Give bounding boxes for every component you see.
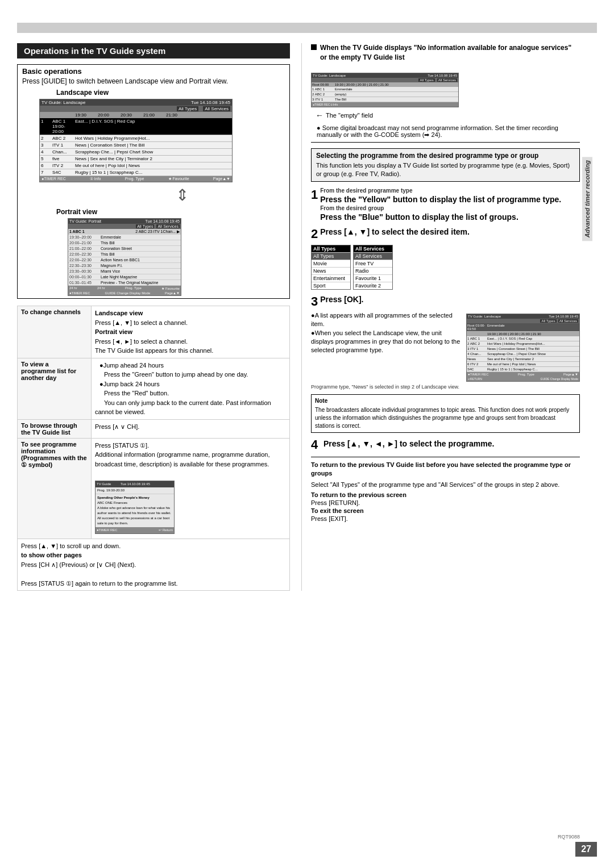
step-2: 2 Press [▲, ▼] to select the desired ite… xyxy=(311,227,580,290)
table-row: To view aprogramme list foranother day ●… xyxy=(18,358,290,419)
prog-type-header2: All Services xyxy=(354,245,392,252)
slg-row: 2 ABC 2 (empty) xyxy=(312,92,458,97)
tv-guide-footer: ●TIMER REC ① Info Prog. Type ★ Favourite… xyxy=(40,176,232,182)
op-content-scroll: Press [▲, ▼] to scroll up and down. to s… xyxy=(18,539,290,591)
sgr-footer: ●TIMER REC Prog. Type Page▲▼ xyxy=(467,372,579,377)
return-heading: To return to the previous TV Guide list … xyxy=(311,461,580,478)
prog-type-row: Movie xyxy=(312,260,350,267)
product-code: RQT9088 xyxy=(558,834,580,840)
portrait-row: 23:30–00:30 Miami Vice xyxy=(68,269,181,274)
step-1-group: From the desired group xyxy=(320,205,561,211)
small-landscape-guide: TV Guide: Landscape Tue 14.10.08 19:45 A… xyxy=(311,73,459,107)
op-label-another-day: To view aprogramme list foranother day xyxy=(18,358,92,419)
to-exit: To exit the screen xyxy=(311,507,580,514)
prog-type-row: Radio xyxy=(354,267,392,274)
tv-guide-row: 4 Chan... Scrappheap Che... | Pepsi Char… xyxy=(40,149,232,156)
prog-type-row: Free TV xyxy=(354,260,392,267)
slg-row: 1 ABC 1 Emmerdale xyxy=(312,87,458,92)
step-4: 4 Press [▲, ▼, ◄, ►] to select the progr… xyxy=(311,437,580,452)
step-3-caption: Programme type, "News" is selected in st… xyxy=(311,384,580,390)
prog-type-row: All Types xyxy=(312,252,350,260)
portrait-header: TV Guide: Portrait Tue 14.10.08 19:45 xyxy=(68,219,181,224)
step-2-main: Press [▲, ▼] to select the desired item. xyxy=(320,227,470,237)
table-row: To see programmeinformation(Programmes w… xyxy=(18,438,290,539)
sgr-header: TV Guide: Landscape Tue 14.10.08 19:45 xyxy=(467,314,579,319)
note-title: Note xyxy=(315,397,576,405)
prog-type-row: All Services xyxy=(354,252,392,260)
press-exit: Press [EXIT]. xyxy=(311,515,580,522)
sgr-time-hdr: 19:30 | 20:00 | 20:30 | 21:00 | 21:30 xyxy=(467,332,579,336)
page-number: 27 xyxy=(575,842,597,857)
landscape-tv-guide: TV Guide: Landscape Tue 14.10.08 19:45 A… xyxy=(39,99,233,182)
prog-type-row: Favourite 1 xyxy=(354,274,392,282)
portrait-row: 21:00–22:00 Coronation Street xyxy=(68,246,181,252)
step-3-header: 3 Press [OK]. xyxy=(311,294,580,309)
op-label-browse: To browse throughthe TV Guide list xyxy=(18,419,92,438)
prog-type-col2: All Services All Services Free TV Radio … xyxy=(353,245,393,290)
op-content-browse: Press [∧ ∨ CH]. xyxy=(92,419,290,438)
small-guide-step3: TV Guide: Landscape Tue 14.10.08 19:45 A… xyxy=(466,314,580,382)
basic-ops-description: Press [GUIDE] to switch between Landscap… xyxy=(22,77,285,85)
side-label: Advanced timer recording xyxy=(582,157,592,241)
tv-guide-row: 6 ITV 2 Me out of here | Pop Idol | News xyxy=(40,162,232,169)
return-text: Select "All Types" of the programme type… xyxy=(311,481,580,489)
sgr-row: 3 ITV 1 News | Coronation Street | The B… xyxy=(467,347,579,352)
side-label-container: Advanced timer recording xyxy=(582,157,597,241)
tv-guide-types-row: All Types All Services xyxy=(40,106,232,112)
portrait-view-label: Portrait view xyxy=(56,208,285,216)
portrait-row: 01:30–01:45 Preview - The Original Magaz… xyxy=(68,280,181,286)
portrait-row: 22:00–22:30 Action News on BBC1 xyxy=(68,257,181,263)
left-column: Operations in the TV Guide system Basic … xyxy=(17,43,301,591)
step-4-main: Press [▲, ▼, ◄, ►] to select the program… xyxy=(323,439,495,448)
portrait-row: 20:00–21:00 This Bill xyxy=(68,240,181,246)
step-1-content: From the desired programme type Press th… xyxy=(320,187,561,222)
table-row: Press [▲, ▼] to scroll up and down. to s… xyxy=(18,539,290,591)
prog-type-row: Sport xyxy=(312,282,350,289)
top-bar xyxy=(17,23,597,33)
step-number-3: 3 xyxy=(311,294,318,309)
note-text: The broadcasters allocate individual pro… xyxy=(315,406,576,430)
when-heading-box: When the TV Guide displays "No informati… xyxy=(311,43,580,67)
portrait-ch-header: 1 ABC 1 2 ABC 2 3 ITV 1 Chan... ▶ xyxy=(68,229,181,235)
slg-footer: ●TIMER REC ① Info xyxy=(312,102,458,107)
step-3: 3 Press [OK]. TV Guide: Landscape Tue 14… xyxy=(311,294,580,390)
table-row: To browse throughthe TV Guide list Press… xyxy=(18,419,290,438)
to-prev-screen: To return to the previous screen xyxy=(311,491,580,498)
divider2 xyxy=(311,457,580,457)
slg-time-header: Root 00:00 19:30 | 20:00 | 20:30 | 21:00… xyxy=(312,82,458,87)
step-number-1: 1 xyxy=(311,187,318,202)
square-bullet-icon xyxy=(311,44,317,50)
right-column: When the TV Guide displays "No informati… xyxy=(301,43,597,591)
slg-types: All Types All Services xyxy=(312,78,458,82)
step-1-main: Press the "Yellow" button to display the… xyxy=(320,194,561,205)
step-1-from: From the desired programme type xyxy=(320,187,561,194)
slg-header: TV Guide: Landscape Tue 14.10.08 19:45 xyxy=(312,73,458,78)
basic-ops-title: Basic operations xyxy=(22,67,285,76)
op-label-channels: To change channels xyxy=(18,306,92,358)
empty-field-label: ← The "empty" field xyxy=(316,111,580,120)
portrait-row: 19:30–20:00 Emmerdale xyxy=(68,235,181,240)
tv-guide-row: 2 ABC 2 Hot Wars | Holiday Programme|Hot… xyxy=(40,135,232,142)
when-heading: When the TV Guide displays "No informati… xyxy=(320,43,580,62)
basic-ops-box: Basic operations Press [GUIDE] to switch… xyxy=(17,64,290,299)
step-number-2: 2 xyxy=(311,227,318,241)
prog-type-grid: All Types All Types Movie News Entertain… xyxy=(311,245,580,290)
sgr-row: 6 ITV 2 Me out of here | Pop Idol | News xyxy=(467,362,579,367)
portrait-row: 00:00–01:30 Late Night Magazine xyxy=(68,274,181,280)
main-layout: Operations in the TV Guide system Basic … xyxy=(17,43,597,591)
section-header: Operations in the TV Guide system xyxy=(17,43,290,59)
portrait-tv-guide: TV Guide: Portrait Tue 14.10.08 19:45 Al… xyxy=(68,218,181,296)
step-2-content: Press [▲, ▼] to select the desired item. xyxy=(320,227,470,237)
sgr-row: Root 03:00-03:50 Emmerdale xyxy=(467,323,579,332)
arrow-updown: ⇕ xyxy=(79,186,285,205)
press-return: Press [RETURN]. xyxy=(311,499,580,506)
prog-type-row: News xyxy=(312,267,350,274)
selecting-title: Selecting the programme from the desired… xyxy=(316,152,575,160)
op-label-info: To see programmeinformation(Programmes w… xyxy=(18,438,92,539)
sgr-row: 2 ABC 2 Hot Wars | Holiday Programmes|Ho… xyxy=(467,341,579,347)
note-box: Note The broadcasters allocate individua… xyxy=(311,394,580,433)
portrait-footer2: ●TIMER REC GUIDE Change Display Mode Pag… xyxy=(68,291,181,295)
prog-type-col1: All Types All Types Movie News Entertain… xyxy=(311,245,351,290)
step-number-4: 4 xyxy=(311,437,318,452)
tv-guide-row: 5 five News | Sex and the City | Termina… xyxy=(40,156,232,162)
